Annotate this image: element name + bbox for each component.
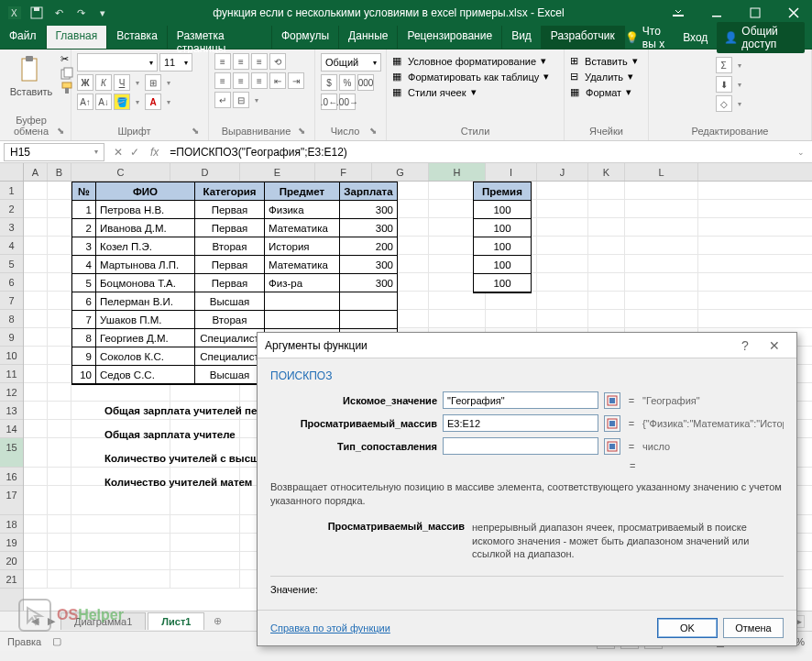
table-row[interactable]: 4Мартынова Л.П.ПерваяМатематика300 [72, 256, 397, 274]
row-header-21[interactable]: 21 [0, 570, 23, 589]
bonus-cell[interactable]: 100 [474, 256, 531, 274]
col-header-I[interactable]: I [486, 163, 537, 181]
autosum-icon[interactable]: Σ [716, 57, 732, 73]
tab-formulas[interactable]: Формулы [272, 26, 339, 49]
row-header-17[interactable]: 17 [0, 486, 23, 515]
formula-input[interactable]: =ПОИСКПОЗ("География";E3:E12) [164, 146, 790, 159]
format-cells-button[interactable]: ▦ Формат ▾ [570, 86, 642, 98]
signin[interactable]: Вход [683, 31, 708, 44]
align-center-icon[interactable]: ≡ [233, 72, 249, 89]
number-format-select[interactable]: Общий▾ [321, 53, 381, 72]
table-row[interactable]: 2Иванова Д.М.ПерваяМатематика300 [72, 219, 397, 237]
col-header-E[interactable]: E [240, 163, 315, 181]
row-header-8[interactable]: 8 [0, 310, 23, 328]
sheet-tab-2[interactable]: Лист1 [148, 612, 204, 630]
table-row[interactable]: 7Ушаков П.М.Вторая [72, 311, 397, 329]
align-left-icon[interactable]: ≡ [214, 72, 231, 89]
arg-lookup-ref-icon[interactable] [604, 392, 620, 409]
currency-icon[interactable]: $ [321, 74, 337, 91]
row-header-3[interactable]: 3 [0, 218, 23, 237]
hdr-fio[interactable]: ФИО [96, 182, 195, 201]
macro-record-icon[interactable]: ▢ [41, 635, 61, 647]
col-header-J[interactable]: J [537, 163, 588, 181]
decimal-inc-icon[interactable]: .0← [321, 94, 337, 110]
insert-cells-button[interactable]: ⊞ Вставить ▾ [570, 55, 642, 67]
font-size-select[interactable]: 11▾ [159, 53, 192, 72]
row-header-7[interactable]: 7 [0, 292, 23, 310]
fx-icon[interactable]: fx [145, 146, 164, 159]
col-header-G[interactable]: G [372, 163, 429, 181]
font-grow-icon[interactable]: A↑ [77, 94, 93, 110]
dialog-ok-button[interactable]: OK [657, 618, 718, 638]
row-header-20[interactable]: 20 [0, 552, 23, 570]
arg-array-input[interactable] [443, 414, 598, 432]
clear-icon[interactable]: ◇ [716, 95, 732, 112]
underline-button[interactable]: Ч [114, 74, 130, 91]
formula-expand-icon[interactable]: ⌄ [790, 148, 812, 157]
save-icon[interactable] [29, 6, 44, 20]
table-row[interactable]: 6Пелерман В.И.Высшая [72, 292, 397, 311]
bonus-cell[interactable]: 100 [474, 201, 531, 219]
comma-icon[interactable]: 000 [357, 74, 374, 91]
bonus-cell[interactable]: 100 [474, 274, 531, 292]
font-launcher-icon[interactable]: ⬊ [192, 126, 203, 137]
align-top-icon[interactable]: ≡ [214, 53, 231, 70]
row-header-18[interactable]: 18 [0, 515, 23, 534]
row-header-9[interactable]: 9 [0, 328, 23, 347]
dialog-cancel-button[interactable]: Отмена [723, 618, 784, 638]
conditional-formatting-button[interactable]: ▦ Условное форматирование ▾ [392, 55, 558, 67]
fill-icon[interactable]: ⬇ [716, 76, 732, 93]
share-button[interactable]: 👤Общий доступ [717, 22, 805, 53]
decimal-dec-icon[interactable]: .00→ [339, 94, 356, 110]
select-all[interactable] [0, 163, 23, 182]
format-table-button[interactable]: ▦ Форматировать как таблицу ▾ [392, 71, 558, 83]
col-header-K[interactable]: K [588, 163, 625, 181]
row-header-11[interactable]: 11 [0, 365, 23, 383]
summary-1[interactable]: Общая зарплата учителей пер [104, 402, 263, 420]
fill-color-button[interactable]: 🪣 [114, 94, 130, 110]
border-button[interactable]: ⊞ [145, 74, 161, 91]
col-header-D[interactable]: D [170, 163, 240, 181]
delete-cells-button[interactable]: ⊟ Удалить ▾ [570, 71, 642, 83]
tab-layout[interactable]: Разметка страницы [168, 26, 272, 49]
hdr-no[interactable]: № [72, 182, 96, 201]
align-right-icon[interactable]: ≡ [251, 72, 268, 89]
col-header-A[interactable]: A [24, 163, 48, 181]
clipboard-launcher-icon[interactable]: ⬊ [57, 126, 65, 137]
summary-3[interactable]: Количество учителей с высш [104, 449, 263, 468]
arg-array-ref-icon[interactable] [604, 415, 620, 432]
table-row[interactable]: 3Козел П.Э.ВтораяИстория200 [72, 237, 397, 256]
redo-icon[interactable]: ↷ [73, 6, 88, 20]
tell-me[interactable]: 💡Что вы х [625, 25, 674, 50]
row-header-13[interactable]: 13 [0, 402, 23, 420]
orientation-icon[interactable]: ⟲ [269, 53, 286, 70]
bonus-cell[interactable]: 100 [474, 237, 531, 256]
tab-review[interactable]: Рецензирование [398, 26, 502, 49]
new-sheet-icon[interactable]: ⊕ [206, 612, 229, 630]
tab-file[interactable]: Файл [0, 26, 47, 49]
arg-lookup-input[interactable] [443, 391, 598, 409]
hdr-sal[interactable]: Зарплата [340, 182, 397, 201]
table-row[interactable]: 1Петрова Н.В.ПерваяФизика300 [72, 201, 397, 219]
row-header-16[interactable]: 16 [0, 468, 23, 486]
row-header-15[interactable]: 15 [0, 438, 23, 468]
wrap-text-icon[interactable]: ↵ [214, 92, 231, 108]
dialog-help-icon[interactable]: ? [730, 338, 760, 353]
tab-developer[interactable]: Разработчик [542, 26, 625, 49]
undo-icon[interactable]: ↶ [51, 6, 66, 20]
indent-dec-icon[interactable]: ⇤ [269, 72, 286, 89]
hdr-subj[interactable]: Предмет [265, 182, 340, 201]
qat-dropdown-icon[interactable]: ▾ [95, 6, 110, 20]
col-header-H[interactable]: H [429, 163, 486, 181]
col-header-L[interactable]: L [625, 163, 698, 181]
row-header-19[interactable]: 19 [0, 534, 23, 552]
paste-button[interactable]: Вставить [5, 53, 57, 113]
col-header-F[interactable]: F [315, 163, 372, 181]
align-bottom-icon[interactable]: ≡ [251, 53, 268, 70]
bonus-cell[interactable]: 100 [474, 219, 531, 237]
arg-type-ref-icon[interactable] [604, 438, 620, 455]
italic-button[interactable]: К [95, 74, 112, 91]
percent-icon[interactable]: % [339, 74, 356, 91]
row-header-14[interactable]: 14 [0, 420, 23, 438]
dialog-close-icon[interactable]: ✕ [760, 338, 789, 353]
